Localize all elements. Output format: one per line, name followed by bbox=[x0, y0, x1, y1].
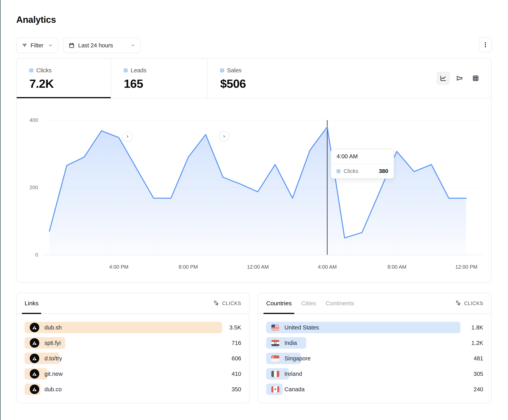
tooltip-value: 380 bbox=[379, 168, 388, 174]
row-label: United States bbox=[284, 324, 319, 331]
row-label: dub.sh bbox=[45, 324, 62, 331]
row-label: git.new bbox=[45, 371, 63, 377]
row-value: 481 bbox=[474, 353, 483, 364]
links-rows: dub.sh3.5Kspti.fyi716d.to/try606git.new4… bbox=[17, 314, 249, 395]
link-favicon bbox=[30, 354, 39, 363]
dub-logo-icon bbox=[32, 371, 37, 377]
link-favicon bbox=[30, 323, 39, 332]
area-chart-svg bbox=[17, 58, 491, 282]
x-axis-tick: 12:00 PM bbox=[455, 264, 477, 270]
page-title: Analytics bbox=[16, 14, 56, 25]
tooltip-series-label: Clicks bbox=[344, 168, 359, 174]
tooltip-time: 4:00 AM bbox=[331, 149, 394, 164]
stat-expand-chevron[interactable] bbox=[122, 131, 133, 142]
tooltip-legend-swatch bbox=[337, 169, 340, 173]
date-range-button[interactable]: Last 24 hours bbox=[63, 38, 141, 53]
row-value: 606 bbox=[232, 353, 241, 364]
row-value: 305 bbox=[474, 368, 483, 380]
filter-icon bbox=[22, 43, 27, 48]
analytics-card: Clicks 7.2K Leads 165 Sales $506 bbox=[16, 58, 492, 283]
link-row[interactable]: spti.fyi716 bbox=[25, 337, 241, 349]
chevron-right-icon bbox=[222, 135, 226, 138]
x-axis-tick: 12:00 AM bbox=[247, 264, 269, 270]
dub-logo-icon bbox=[32, 325, 37, 330]
geo-panel-header: Countries Cities Continents CLICKS bbox=[258, 293, 491, 314]
link-row[interactable]: d.to/try606 bbox=[25, 353, 241, 364]
calendar-icon bbox=[69, 42, 75, 48]
filter-button[interactable]: Filter bbox=[16, 38, 58, 53]
chevron-right-icon bbox=[126, 135, 129, 138]
row-value: 410 bbox=[232, 368, 241, 380]
dub-logo-icon bbox=[32, 340, 37, 346]
country-row[interactable]: United States1.8K bbox=[266, 322, 483, 333]
date-range-label: Last 24 hours bbox=[78, 42, 113, 49]
row-value: 240 bbox=[474, 384, 483, 395]
stat-expand-chevron[interactable] bbox=[219, 131, 229, 142]
x-axis-tick: 8:00 PM bbox=[179, 264, 198, 270]
country-row[interactable]: Canada240 bbox=[266, 384, 483, 395]
tab-cities[interactable]: Cities bbox=[301, 293, 316, 313]
country-row[interactable]: Singapore481 bbox=[266, 353, 483, 364]
us-flag-icon bbox=[271, 325, 279, 331]
kebab-menu-icon bbox=[482, 41, 488, 48]
country-row[interactable]: India1.2K bbox=[266, 337, 483, 349]
geo-rows: United States1.8KIndia1.2KSingapore481Ir… bbox=[258, 314, 491, 395]
geo-metric-label: CLICKS bbox=[464, 301, 483, 306]
row-label: Canada bbox=[284, 386, 305, 393]
link-favicon bbox=[30, 369, 39, 379]
window-edge-strip bbox=[0, 0, 0, 420]
chart-area-fill bbox=[49, 127, 466, 255]
chevron-down-icon bbox=[131, 43, 135, 48]
links-panel-header: Links CLICKS bbox=[17, 293, 249, 314]
links-metric-label: CLICKS bbox=[222, 301, 241, 306]
row-label: dub.co bbox=[45, 386, 62, 393]
ca-flag-icon bbox=[271, 386, 279, 392]
link-row[interactable]: dub.sh3.5K bbox=[25, 322, 241, 333]
chart-tooltip: 4:00 AM Clicks 380 bbox=[331, 149, 394, 179]
links-panel: Links CLICKS dub.sh3.5Kspti.fyi716d.to/t… bbox=[16, 293, 250, 403]
x-axis-tick: 8:00 AM bbox=[387, 264, 406, 270]
tab-links[interactable]: Links bbox=[25, 293, 38, 313]
row-label: Ireland bbox=[284, 371, 302, 377]
row-value: 350 bbox=[232, 384, 241, 395]
link-favicon bbox=[30, 338, 39, 348]
row-label: India bbox=[284, 340, 297, 346]
cursor-click-icon bbox=[456, 300, 462, 306]
row-value: 3.5K bbox=[229, 322, 241, 333]
country-row[interactable]: Ireland305 bbox=[266, 368, 483, 380]
row-value: 1.8K bbox=[471, 322, 483, 333]
row-label: spti.fyi bbox=[45, 340, 61, 346]
tab-countries[interactable]: Countries bbox=[266, 293, 291, 313]
clicks-chart[interactable]: 400 200 0 4:00 PM 8:00 PM 12:00 AM 4:00 … bbox=[17, 98, 491, 282]
row-label: Singapore bbox=[284, 355, 311, 362]
filter-button-label: Filter bbox=[30, 42, 43, 49]
row-value: 716 bbox=[232, 337, 241, 349]
geo-panel: Countries Cities Continents CLICKS Unite… bbox=[258, 293, 492, 403]
row-label: d.to/try bbox=[45, 355, 62, 362]
sg-flag-icon bbox=[271, 355, 279, 362]
dub-logo-icon bbox=[32, 386, 37, 392]
link-favicon bbox=[30, 384, 39, 394]
in-flag-icon bbox=[271, 340, 279, 346]
tab-continents[interactable]: Continents bbox=[326, 293, 354, 313]
dub-logo-icon bbox=[32, 356, 37, 361]
x-axis-tick: 4:00 AM bbox=[318, 264, 337, 270]
link-row[interactable]: git.new410 bbox=[25, 368, 241, 380]
more-options-button[interactable] bbox=[479, 37, 492, 52]
x-axis-tick: 4:00 PM bbox=[109, 264, 128, 270]
row-value: 1.2K bbox=[471, 337, 483, 349]
cursor-click-icon bbox=[214, 300, 220, 306]
ie-flag-icon bbox=[271, 371, 279, 377]
link-row[interactable]: dub.co350 bbox=[25, 384, 241, 395]
chevron-down-icon bbox=[48, 43, 53, 48]
